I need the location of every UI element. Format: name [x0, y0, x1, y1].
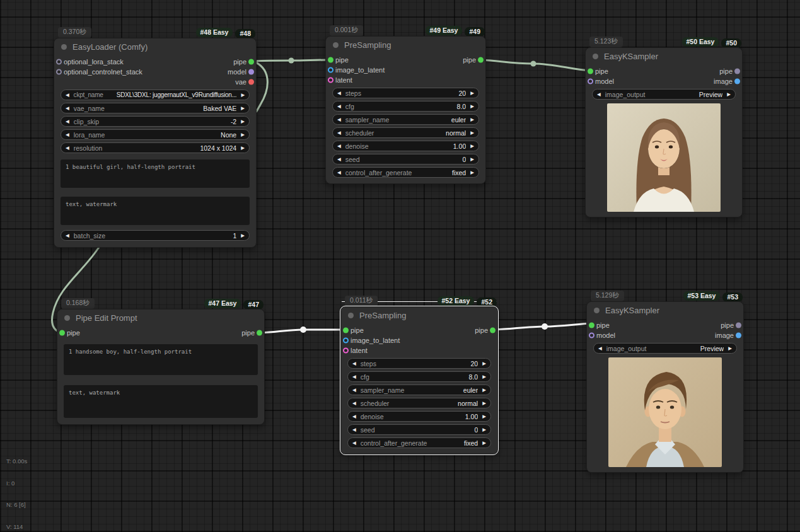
- pipe-output-dot[interactable]: [734, 69, 740, 74]
- widget-control-after-generate[interactable]: ◀ control_after_generate fixed ▶: [347, 437, 491, 448]
- widget-left-arrow-icon[interactable]: ◀: [66, 132, 69, 137]
- widget-right-arrow-icon[interactable]: ▶: [482, 374, 486, 379]
- image-output-dot[interactable]: [736, 333, 741, 338]
- node-title-bar[interactable]: EasyLoader (Comfy): [54, 38, 256, 55]
- widget-lora-name[interactable]: ◀ lora_name None ▶: [61, 129, 250, 140]
- pipe-input-dot[interactable]: [588, 69, 593, 74]
- widget-left-arrow-icon[interactable]: ◀: [337, 117, 341, 122]
- positive-prompt-textarea[interactable]: 1 beautiful girl, half-length portrait: [61, 159, 250, 188]
- widget-seed[interactable]: ◀ seed 0 ▶: [332, 154, 479, 165]
- widget-right-arrow-icon[interactable]: ▶: [482, 427, 486, 432]
- pipe-output-dot[interactable]: [736, 323, 741, 328]
- widget-steps[interactable]: ◀ steps 20 ▶: [347, 358, 491, 369]
- widget-left-arrow-icon[interactable]: ◀: [337, 170, 341, 175]
- negative-prompt-textarea[interactable]: text, watermark: [61, 197, 250, 225]
- widget-vae-name[interactable]: ◀ vae_name Baked VAE ▶: [61, 103, 250, 113]
- widget-left-arrow-icon[interactable]: ◀: [337, 130, 341, 136]
- widget-right-arrow-icon[interactable]: ▶: [470, 157, 474, 162]
- model-input-dot[interactable]: [589, 333, 594, 338]
- widget-resolution[interactable]: ◀ resolution 1024 x 1024 ▶: [61, 142, 250, 153]
- widget-left-arrow-icon[interactable]: ◀: [66, 233, 69, 238]
- widget-left-arrow-icon[interactable]: ◀: [597, 92, 601, 97]
- widget-image-output[interactable]: ◀ image_output Preview ▶: [593, 343, 737, 354]
- node-easyksampler-53[interactable]: 5.129秒 #53 Easy #53 EasyKSampler pipe pi…: [586, 301, 744, 473]
- widget-right-arrow-icon[interactable]: ▶: [470, 144, 474, 149]
- widget-right-arrow-icon[interactable]: ▶: [241, 119, 245, 124]
- model-input-dot[interactable]: [588, 79, 593, 84]
- widget-cfg[interactable]: ◀ cfg 8.0 ▶: [347, 371, 491, 382]
- widget-right-arrow-icon[interactable]: ▶: [482, 414, 486, 419]
- widget-right-arrow-icon[interactable]: ▶: [241, 233, 245, 238]
- widget-sampler-name[interactable]: ◀ sampler_name euler ▶: [347, 385, 491, 395]
- node-easyksampler-50[interactable]: 5.123秒 #50 Easy #50 EasyKSampler pipe pi…: [585, 47, 743, 217]
- widget-right-arrow-icon[interactable]: ▶: [482, 441, 486, 446]
- widget-steps[interactable]: ◀ steps 20 ▶: [332, 88, 479, 98]
- collapse-dot-icon[interactable]: [594, 308, 600, 313]
- widget-image-output[interactable]: ◀ image_output Preview ▶: [592, 89, 736, 100]
- node-presampling-49[interactable]: 0.001秒 #49 Easy #49 PreSampling pipe pip…: [325, 36, 486, 184]
- widget-left-arrow-icon[interactable]: ◀: [352, 374, 356, 379]
- node-graph-canvas[interactable]: 0.370秒 #48 Easy #48 EasyLoader (Comfy) o…: [0, 0, 800, 532]
- widget-scheduler[interactable]: ◀ scheduler normal ▶: [332, 127, 479, 138]
- widget-left-arrow-icon[interactable]: ◀: [337, 104, 341, 109]
- pipe-output-dot[interactable]: [490, 328, 496, 333]
- optional-controlnet-stack-input-dot[interactable]: [56, 69, 62, 75]
- collapse-dot-icon[interactable]: [61, 44, 67, 50]
- widget-control-after-generate[interactable]: ◀ control_after_generate fixed ▶: [332, 167, 479, 178]
- widget-left-arrow-icon[interactable]: ◀: [337, 157, 341, 162]
- widget-left-arrow-icon[interactable]: ◀: [66, 146, 69, 151]
- widget-right-arrow-icon[interactable]: ▶: [241, 106, 245, 111]
- widget-right-arrow-icon[interactable]: ▶: [482, 401, 486, 406]
- pipe-output-dot[interactable]: [478, 57, 484, 63]
- widget-right-arrow-icon[interactable]: ▶: [482, 361, 486, 366]
- node-presampling-52[interactable]: 0.011秒 #52 Easy #52 PreSampling pipe pip…: [340, 306, 498, 454]
- widget-left-arrow-icon[interactable]: ◀: [352, 414, 356, 419]
- node-title-bar[interactable]: EasyKSampler: [587, 302, 743, 318]
- widget-denoise[interactable]: ◀ denoise 1.00 ▶: [332, 141, 479, 151]
- node-title-bar[interactable]: EasyKSampler: [586, 48, 742, 64]
- pipe-input-dot[interactable]: [343, 328, 349, 333]
- latent-input-dot[interactable]: [343, 348, 349, 354]
- collapse-dot-icon[interactable]: [348, 313, 354, 318]
- widget-right-arrow-icon[interactable]: ▶: [470, 130, 474, 136]
- widget-right-arrow-icon[interactable]: ▶: [727, 92, 731, 97]
- widget-right-arrow-icon[interactable]: ▶: [470, 117, 474, 122]
- node-title-bar[interactable]: PreSampling: [326, 37, 485, 53]
- widget-right-arrow-icon[interactable]: ▶: [728, 346, 732, 351]
- widget-ckpt-name[interactable]: ◀ ckpt_name SDXL\3DXL: juggernautXL_v9Ru…: [61, 90, 250, 100]
- widget-left-arrow-icon[interactable]: ◀: [337, 144, 341, 149]
- widget-right-arrow-icon[interactable]: ▶: [470, 104, 474, 109]
- optional-lora-stack-input-dot[interactable]: [56, 59, 62, 65]
- widget-right-arrow-icon[interactable]: ▶: [482, 388, 486, 393]
- node-pipe-edit-prompt-47[interactable]: 0.168秒 #47 Easy #47 Pipe Edit Prompt pip…: [57, 309, 265, 425]
- widget-clip-skip[interactable]: ◀ clip_skip -2 ▶: [61, 116, 250, 127]
- image-output-dot[interactable]: [734, 79, 740, 84]
- latent-input-dot[interactable]: [328, 78, 333, 83]
- pipe-input-dot[interactable]: [328, 57, 333, 63]
- widget-left-arrow-icon[interactable]: ◀: [66, 119, 69, 124]
- pipe-input-dot[interactable]: [589, 323, 594, 328]
- widget-left-arrow-icon[interactable]: ◀: [598, 346, 602, 351]
- positive-prompt-textarea[interactable]: 1 handsome boy, half-length portrait: [64, 344, 258, 375]
- vae-output-dot[interactable]: [248, 79, 254, 85]
- widget-left-arrow-icon[interactable]: ◀: [352, 388, 356, 393]
- widget-right-arrow-icon[interactable]: ▶: [470, 91, 474, 96]
- widget-right-arrow-icon[interactable]: ▶: [241, 146, 245, 151]
- widget-right-arrow-icon[interactable]: ▶: [470, 170, 474, 175]
- image-to-latent-input-dot[interactable]: [328, 67, 333, 73]
- widget-seed[interactable]: ◀ seed 0 ▶: [347, 424, 491, 435]
- collapse-dot-icon[interactable]: [64, 315, 70, 321]
- widget-right-arrow-icon[interactable]: ▶: [241, 132, 245, 137]
- model-output-dot[interactable]: [248, 69, 254, 75]
- pipe-output-dot[interactable]: [257, 330, 262, 336]
- collapse-dot-icon[interactable]: [593, 54, 598, 59]
- collapse-dot-icon[interactable]: [333, 42, 339, 48]
- node-title-bar[interactable]: Pipe Edit Prompt: [57, 309, 264, 326]
- widget-left-arrow-icon[interactable]: ◀: [352, 441, 356, 446]
- pipe-input-dot[interactable]: [59, 330, 65, 336]
- widget-sampler-name[interactable]: ◀ sampler_name euler ▶: [332, 114, 479, 125]
- widget-left-arrow-icon[interactable]: ◀: [66, 93, 69, 98]
- widget-left-arrow-icon[interactable]: ◀: [352, 427, 356, 432]
- widget-left-arrow-icon[interactable]: ◀: [66, 106, 69, 111]
- negative-prompt-textarea[interactable]: text, watermark: [64, 385, 258, 418]
